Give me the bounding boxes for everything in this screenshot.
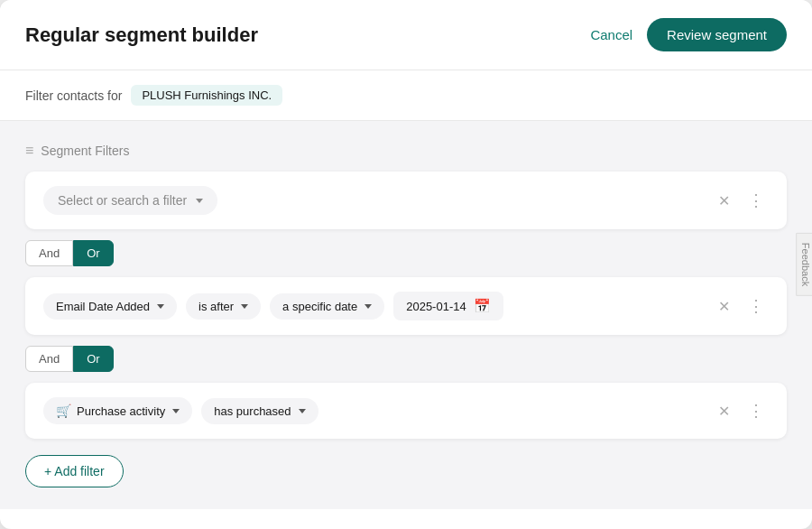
filter-contacts-bar: Filter contacts for PLUSH Furnishings IN… — [0, 70, 812, 121]
connector-2: And Or — [25, 346, 787, 372]
more-icon-2: ⋮ — [748, 297, 765, 315]
chevron-down-icon-3 — [241, 304, 248, 309]
more-icon-3: ⋮ — [748, 402, 765, 420]
filter-select-placeholder-text: Select or search a filter — [58, 193, 187, 208]
date-value-text: 2025-01-14 — [406, 300, 466, 313]
filter-card-1: Select or search a filter ✕ ⋮ — [25, 172, 787, 229]
main-content: ≡ Segment Filters Select or search a fil… — [0, 121, 812, 509]
review-segment-button[interactable]: Review segment — [647, 18, 787, 51]
filter-select-dropdown[interactable]: Select or search a filter — [43, 186, 217, 215]
feedback-tab[interactable]: Feedback — [796, 233, 812, 296]
or-button-2[interactable]: Or — [73, 346, 113, 372]
modal-header: Regular segment builder Cancel Review se… — [0, 0, 812, 70]
cancel-button[interactable]: Cancel — [590, 27, 632, 42]
chevron-down-icon-6 — [299, 409, 306, 413]
header-actions: Cancel Review segment — [590, 18, 787, 51]
specific-date-dropdown[interactable]: a specific date — [270, 293, 384, 320]
filter-card-3: 🛒 Purchase activity has purchased ✕ ⋮ — [25, 383, 787, 439]
more-icon: ⋮ — [748, 191, 765, 209]
connector-1: And Or — [25, 240, 787, 266]
chevron-down-icon — [196, 199, 203, 203]
is-after-dropdown[interactable]: is after — [186, 293, 261, 320]
chevron-down-icon-2 — [157, 304, 164, 309]
filter-3-remove-button[interactable]: ✕ — [715, 401, 734, 421]
filter-card-2: Email Date Added is after a specific dat… — [25, 277, 787, 335]
is-after-label: is after — [198, 300, 234, 313]
filter-1-remove-button[interactable]: ✕ — [715, 190, 734, 210]
segment-filters-section: ≡ Segment Filters — [25, 143, 787, 159]
email-date-added-label: Email Date Added — [56, 300, 150, 313]
has-purchased-label: has purchased — [214, 404, 291, 418]
filter-2-remove-button[interactable]: ✕ — [715, 296, 734, 316]
cart-icon: 🛒 — [56, 404, 71, 418]
filter-card-3-left: 🛒 Purchase activity has purchased — [43, 397, 318, 424]
filter-card-3-right: ✕ ⋮ — [715, 401, 769, 421]
filter-contacts-label: Filter contacts for — [25, 88, 122, 103]
filter-2-more-button[interactable]: ⋮ — [744, 296, 769, 316]
filter-card-1-right: ✕ ⋮ — [715, 190, 769, 210]
modal-container: Regular segment builder Cancel Review se… — [0, 0, 812, 529]
purchase-activity-label: Purchase activity — [77, 404, 165, 418]
close-icon-3: ✕ — [718, 404, 730, 419]
email-date-added-dropdown[interactable]: Email Date Added — [43, 293, 177, 320]
calendar-icon: 📅 — [474, 298, 491, 314]
chevron-down-icon-5 — [172, 409, 180, 413]
close-icon-2: ✕ — [718, 299, 730, 314]
and-button-2[interactable]: And — [25, 346, 73, 372]
has-purchased-dropdown[interactable]: has purchased — [201, 398, 318, 424]
filter-1-more-button[interactable]: ⋮ — [744, 190, 769, 210]
company-badge: PLUSH Furnishings INC. — [131, 85, 282, 106]
chevron-down-icon-4 — [364, 304, 372, 309]
filter-3-more-button[interactable]: ⋮ — [744, 401, 769, 421]
and-button-1[interactable]: And — [25, 240, 73, 266]
segment-filters-label: Segment Filters — [41, 144, 129, 158]
filter-icon: ≡ — [25, 143, 33, 159]
purchase-activity-dropdown[interactable]: 🛒 Purchase activity — [43, 397, 192, 424]
page-title: Regular segment builder — [25, 23, 258, 47]
add-filter-button[interactable]: + Add filter — [25, 455, 124, 487]
date-value-input[interactable]: 2025-01-14 📅 — [393, 292, 503, 320]
specific-date-label: a specific date — [282, 300, 357, 313]
or-button-1[interactable]: Or — [73, 240, 113, 266]
filter-card-2-left: Email Date Added is after a specific dat… — [43, 292, 503, 320]
close-icon: ✕ — [718, 193, 730, 209]
filter-card-2-right: ✕ ⋮ — [715, 296, 769, 316]
filter-card-1-left: Select or search a filter — [43, 186, 217, 215]
